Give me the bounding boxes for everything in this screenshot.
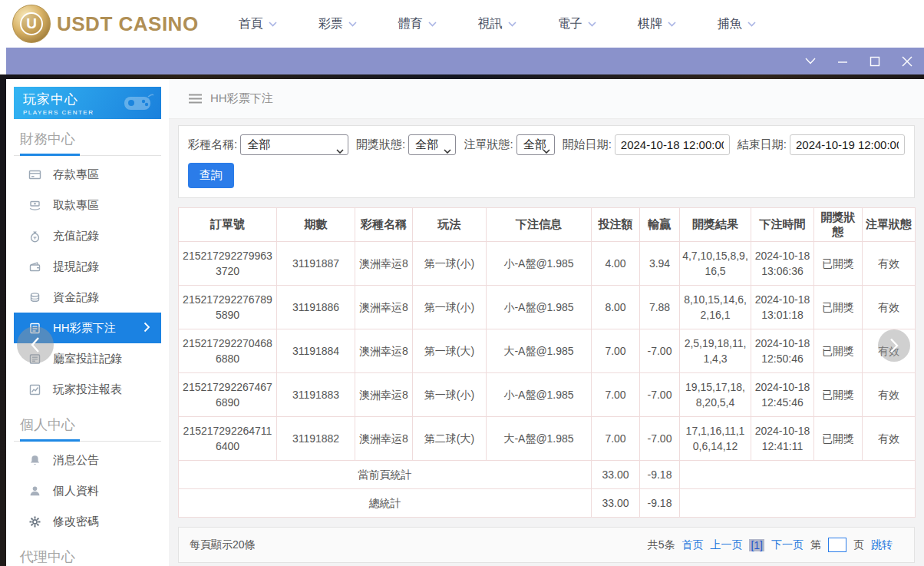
nav-item-lottery[interactable]: 彩票 — [318, 16, 398, 32]
lottery-name-select[interactable]: 全部 — [240, 134, 348, 155]
sidebar-section-agent: 代理中心 — [14, 548, 161, 566]
bell-icon — [28, 453, 41, 467]
col-header-draw-result: 開獎結果 — [680, 208, 751, 242]
nav-label: 視訊 — [478, 16, 503, 32]
summary-row-current-page: 當前頁統計 33.00 -9.18 — [179, 461, 916, 489]
col-header-bet-time: 下注時間 — [751, 208, 814, 242]
summary-label: 總統計 — [179, 489, 592, 518]
nav-label: 電子 — [558, 16, 582, 32]
cell-winloss: -7.00 — [640, 417, 680, 461]
nav-item-video[interactable]: 視訊 — [478, 16, 558, 32]
cell-bet-amount: 7.00 — [592, 417, 640, 461]
window-minimize-icon[interactable] — [837, 55, 849, 68]
sidebar-section-finance: 財務中心 存款專區 取款專區 充值記錄 — [14, 130, 161, 405]
jump-prefix: 第 — [810, 538, 821, 552]
window-close-icon[interactable] — [901, 55, 913, 68]
select-chevron-icon — [543, 143, 550, 156]
cell-lottery: 澳洲幸运8 — [355, 329, 413, 373]
expand-panel-button[interactable] — [878, 329, 910, 362]
cell-period: 31191886 — [277, 286, 355, 329]
start-date-input[interactable] — [615, 134, 730, 155]
summary-winloss: -9.18 — [640, 461, 680, 489]
sidebar-item-recharge-record[interactable]: 充值記錄 — [14, 220, 161, 251]
cell-bet-amount: 7.00 — [592, 373, 640, 417]
sidebar-item-withdraw[interactable]: 取款專區 — [14, 190, 161, 220]
cell-period: 31191884 — [277, 329, 355, 373]
sidebar-item-label: HH彩票下注 — [53, 321, 116, 336]
sidebar-item-label: 提現記錄 — [53, 260, 99, 274]
collapse-sidebar-button[interactable] — [17, 326, 54, 363]
nav-item-cards[interactable]: 棋牌 — [638, 16, 718, 32]
sidebar-item-funds-record[interactable]: 資金記錄 — [14, 282, 161, 313]
sidebar-item-announcements[interactable]: 消息公告 — [14, 445, 161, 475]
sidebar-item-change-password[interactable]: 修改密碼 — [14, 506, 161, 537]
window-collapse-icon[interactable] — [804, 55, 817, 68]
page-jump-input[interactable] — [828, 538, 846, 552]
col-header-period: 期數 — [277, 208, 355, 242]
cell-bet-time: 2024-10-18 12:50:46 — [751, 329, 814, 373]
cash-hand-icon — [28, 198, 41, 212]
jump-button[interactable]: 跳转 — [871, 538, 893, 552]
order-status-select[interactable]: 全部 — [516, 134, 555, 155]
sidebar-item-deposit[interactable]: 存款專區 — [14, 159, 161, 190]
nav-item-fishing[interactable]: 捕魚 — [718, 16, 797, 32]
chevron-down-icon — [747, 22, 756, 27]
menu-toggle-icon[interactable] — [189, 94, 202, 104]
cell-lottery: 澳洲幸运8 — [355, 286, 413, 329]
nav-label: 首頁 — [239, 16, 263, 32]
draw-status-select[interactable]: 全部 — [408, 134, 456, 155]
cell-bet-info: 小-A盤@1.985 — [487, 286, 592, 329]
sidebar-item-label: 個人資料 — [53, 484, 99, 498]
sidebar-item-withdrawal-record[interactable]: 提現記錄 — [14, 251, 161, 282]
first-page-link[interactable]: 首页 — [681, 538, 703, 552]
cell-draw-status: 已開獎 — [814, 417, 863, 461]
cell-order-status: 有效 — [863, 286, 916, 329]
page-title: HH彩票下注 — [210, 91, 273, 106]
end-date-input[interactable] — [790, 134, 905, 155]
table-header-row: 訂單號 期數 彩種名稱 玩法 下注信息 投注額 輸贏 開獎結果 下注時間 開獎狀… — [179, 208, 916, 242]
sidebar-item-label: 資金記錄 — [53, 290, 99, 305]
nav-item-slots[interactable]: 電子 — [558, 16, 638, 32]
cell-period: 31191882 — [277, 417, 355, 461]
nav-item-home[interactable]: 首頁 — [239, 16, 318, 32]
bets-table-container: 訂單號 期數 彩種名稱 玩法 下注信息 投注額 輸贏 開獎結果 下注時間 開獎狀… — [178, 207, 915, 518]
sidebar-item-profile[interactable]: 個人資料 — [14, 475, 161, 506]
cell-winloss: -7.00 — [640, 329, 680, 373]
sidebar-item-player-bet-report[interactable]: 玩家投注報表 — [14, 374, 161, 405]
main-menu: 首頁 彩票 體育 視訊 電子 棋牌 — [239, 16, 797, 32]
nav-label: 體育 — [398, 16, 423, 32]
prev-page-link[interactable]: 上一页 — [710, 538, 742, 552]
window-titlebar — [6, 48, 924, 74]
brand-logo[interactable]: U USDT CASINO — [12, 5, 199, 43]
search-button[interactable]: 查詢 — [188, 163, 234, 188]
cell-draw-result: 2,5,19,18,11,1,4,3 — [680, 329, 751, 373]
cell-order-status: 有效 — [863, 373, 916, 417]
chart-icon — [28, 382, 41, 396]
cell-playtype: 第一球(小) — [413, 242, 487, 286]
next-page-link[interactable]: 下一页 — [771, 538, 804, 552]
chevron-down-icon — [348, 22, 357, 27]
end-date-label: 結束日期: — [738, 137, 787, 152]
col-header-draw-status: 開獎狀態 — [814, 208, 863, 242]
cell-period: 31191887 — [277, 242, 355, 286]
wallet-icon — [28, 260, 41, 273]
site-navbar: U USDT CASINO 首頁 彩票 體育 視訊 電子 — [0, 0, 924, 48]
cell-period: 31191883 — [277, 373, 355, 417]
section-header-finance: 財務中心 — [14, 130, 161, 148]
sidebar-item-label: 消息公告 — [53, 453, 99, 468]
cell-bet-amount: 8.00 — [592, 286, 640, 329]
summary-empty — [680, 461, 916, 489]
screen: U USDT CASINO 首頁 彩票 體育 視訊 電子 — [0, 0, 924, 566]
sidebar: 玩家中心 PLAYERS CENTER 財務中心 存款專區 取款專區 — [6, 79, 169, 566]
lottery-name-label: 彩種名稱: — [188, 137, 237, 152]
cell-playtype: 第一球(小) — [413, 286, 487, 329]
table-row: 2152172922647116400 31191882 澳洲幸运8 第二球(大… — [179, 417, 916, 461]
chevron-down-icon — [668, 22, 676, 27]
cell-order-status: 有效 — [863, 242, 916, 286]
cell-draw-status: 已開獎 — [814, 242, 863, 286]
chevron-down-icon — [428, 22, 437, 27]
nav-item-sports[interactable]: 體育 — [398, 16, 478, 32]
cell-lottery: 澳洲幸运8 — [355, 242, 413, 286]
window-maximize-icon[interactable] — [869, 55, 881, 68]
chevron-right-icon — [144, 322, 150, 335]
